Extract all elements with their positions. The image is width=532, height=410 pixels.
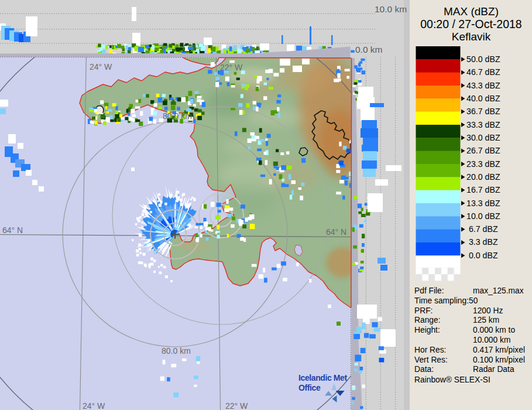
svg-text:Keflavik: Keflavik (452, 30, 491, 43)
svg-text:0.0 km: 0.0 km (355, 45, 383, 54)
svg-text:22° W: 22° W (220, 63, 243, 72)
svg-text:23.3 dBZ: 23.3 dBZ (466, 159, 500, 169)
svg-text:26.7 dBZ: 26.7 dBZ (466, 146, 500, 155)
svg-text:Hor Res:: Hor Res: (414, 346, 446, 354)
svg-text:43.3 dBZ: 43.3 dBZ (466, 81, 500, 90)
svg-text:16.7 dBZ: 16.7 dBZ (466, 185, 500, 194)
svg-text:24° W: 24° W (83, 401, 105, 410)
svg-text:1200 Hz: 1200 Hz (473, 306, 503, 315)
svg-text:0.417 km/pixel: 0.417 km/pixel (473, 346, 525, 354)
svg-text:Pdf File:: Pdf File: (414, 286, 444, 295)
svg-text:50.0 dBZ: 50.0 dBZ (466, 54, 500, 64)
svg-text:0.0 dBZ: 0.0 dBZ (466, 251, 498, 260)
svg-text:Office: Office (298, 383, 321, 392)
svg-text:Height:: Height: (414, 326, 440, 334)
svg-text:Radar Data: Radar Data (473, 365, 514, 374)
svg-text:max_125.max: max_125.max (473, 286, 524, 295)
svg-text:Icelandic Met: Icelandic Met (298, 373, 347, 382)
svg-text:PRF:: PRF: (414, 306, 433, 315)
svg-text:MAX (dBZ): MAX (dBZ) (444, 5, 499, 18)
svg-text:Rainbow® SELEX-SI: Rainbow® SELEX-SI (414, 375, 490, 384)
svg-text:46.7 dBZ: 46.7 dBZ (466, 67, 500, 77)
svg-text:10.000 km: 10.000 km (473, 336, 510, 344)
svg-text:10.0 dBZ: 10.0 dBZ (466, 211, 500, 221)
svg-text:30.0 dBZ: 30.0 dBZ (466, 133, 500, 142)
svg-text:13.3 dBZ: 13.3 dBZ (466, 199, 500, 208)
svg-text:125 km: 125 km (473, 316, 499, 324)
svg-text:Range:: Range: (414, 316, 441, 324)
svg-text:Data:: Data: (414, 365, 434, 374)
svg-text:80.0 km: 80.0 km (162, 346, 191, 356)
svg-text:24° W: 24° W (90, 62, 112, 71)
svg-text:22° W: 22° W (225, 401, 248, 410)
svg-text:3.3 dBZ: 3.3 dBZ (466, 237, 498, 247)
svg-text:Time sampling:50: Time sampling:50 (414, 296, 478, 305)
svg-text:0.000 km to: 0.000 km to (473, 326, 515, 334)
svg-text:64° N: 64° N (326, 227, 346, 237)
svg-text:00:20 / 27-Oct-2018: 00:20 / 27-Oct-2018 (420, 18, 521, 30)
svg-text:33.3 dBZ: 33.3 dBZ (466, 120, 500, 129)
svg-text:Vert Res:: Vert Res: (414, 356, 448, 364)
svg-text:20.0 dBZ: 20.0 dBZ (466, 172, 500, 182)
svg-text:0.100 km/pixel: 0.100 km/pixel (473, 356, 525, 364)
svg-text:40.0 dBZ: 40.0 dBZ (466, 94, 500, 103)
svg-text:80.0 km: 80.0 km (163, 111, 192, 121)
svg-text:10.0 km: 10.0 km (375, 4, 407, 14)
svg-text:6.7 dBZ: 6.7 dBZ (466, 224, 498, 234)
svg-text:64° N: 64° N (2, 226, 23, 235)
svg-text:36.7 dBZ: 36.7 dBZ (466, 107, 500, 116)
